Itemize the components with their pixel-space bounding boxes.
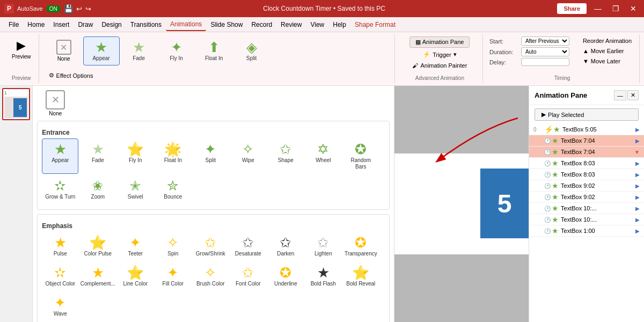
entrance-growturn[interactable]: ✫ Grow & Turn [42,175,78,204]
menu-review[interactable]: Review [276,19,306,31]
none-animation-item[interactable]: ✕ None [37,90,74,116]
ribbon-fade-item[interactable]: ★ Fade [121,36,157,65]
menu-help[interactable]: Help [328,19,350,31]
move-earlier-button[interactable]: ▲ Move Earlier [580,47,635,55]
emphasis-fontcolor[interactable]: ✩ Font Color [230,262,266,291]
emphasis-colorpulse[interactable]: ⭐ Color Pulse [79,232,116,261]
ribbon-none-item[interactable]: ✕ None [46,36,82,65]
emphasis-darken[interactable]: ✩ Darken [267,232,304,261]
item-arrow-1: ▶ [635,138,640,144]
emphasis-underline[interactable]: ✪ Underline [267,262,304,291]
title-bar-right: Share — ❐ ✕ [557,3,640,14]
emphasis-boldreveal[interactable]: ⭐ Bold Reveal [342,262,379,291]
entrance-wheel-icon: ✡ [317,142,329,156]
entrance-appear[interactable]: ★ Appear [42,138,78,174]
anim-item-5[interactable]: 🕐 ★ TextBox 9:02 ▶ [529,180,644,192]
emphasis-pulse-icon: ★ [54,236,67,250]
menu-transitions[interactable]: Transitions [126,19,166,31]
entrance-flyin[interactable]: ⭐ Fly In [117,138,153,174]
emphasis-objectcolor[interactable]: ✫ Object Color [42,262,78,291]
emphasis-fillcolor[interactable]: ✦ Fill Color [155,262,191,291]
effect-options-button[interactable]: ⚙ Effect Options [46,71,97,80]
undo-icon[interactable]: ↩ [76,5,82,13]
emphasis-desaturate[interactable]: ✩ Desaturate [230,232,266,261]
play-selected-button[interactable]: ▶ Play Selected [535,108,639,121]
menu-view[interactable]: View [306,19,328,31]
menu-insert[interactable]: Insert [49,19,74,31]
emphasis-teeter[interactable]: ✦ Teeter [117,232,153,261]
menu-draw[interactable]: Draw [74,19,97,31]
redo-icon[interactable]: ↪ [85,5,91,13]
entrance-swivel[interactable]: ✭ Swivel [117,175,153,204]
ribbon-flyin-item[interactable]: ✦ Fly In [158,36,195,65]
entrance-floatin[interactable]: 🌟 Float In [155,138,191,174]
entrance-growturn-label: Grow & Turn [45,194,75,200]
floatin-label: Float In [205,55,223,62]
ribbon-split-item[interactable]: ◈ Split [233,36,270,65]
anim-item-2[interactable]: 🕐 ★ TextBox 7:04 ▼ [529,147,644,158]
entrance-bounce[interactable]: ✮ Bounce [155,175,191,204]
preview-button[interactable]: ▶ Preview [9,36,34,62]
emphasis-brushcolor[interactable]: ✧ Brush Color [192,262,229,291]
emphasis-underline-icon: ✪ [280,266,291,280]
entrance-growturn-icon: ✫ [54,179,66,193]
animation-painter-button[interactable]: 🖌 Animation Painter [409,61,470,70]
preview-icon: ▶ [17,39,26,53]
emphasis-linecolor[interactable]: ⭐ Line Color [117,262,153,291]
menu-animations[interactable]: Animations [166,18,206,31]
anim-item-9[interactable]: 🕐 ★ TextBox 1:00 ▶ [529,225,644,237]
anim-item-8[interactable]: 🕐 ★ TextBox 10:... ▶ [529,214,644,225]
ribbon-floatin-item[interactable]: ⬆ Float In [196,36,232,65]
maximize-button[interactable]: ❐ [609,3,623,14]
slide-thumb-1[interactable]: 1 5 [2,88,30,120]
anim-item-6[interactable]: 🕐 ★ TextBox 9:02 ▶ [529,192,644,203]
delay-input[interactable] [521,58,569,66]
menu-file[interactable]: File [4,19,23,31]
minimize-button[interactable]: — [591,3,605,14]
item-arrow-9: ▶ [635,228,640,234]
anim-item-7[interactable]: 🕐 ★ TextBox 10:... ▶ [529,203,644,214]
entrance-zoom[interactable]: ✬ Zoom [79,175,116,204]
entrance-randombars[interactable]: ✪ Random Bars [342,138,379,174]
entrance-split[interactable]: ✦ Split [192,138,229,174]
duration-select[interactable]: Auto [521,47,569,56]
entrance-wipe[interactable]: ✧ Wipe [230,138,266,174]
autosave-toggle[interactable]: ON [46,5,61,12]
entrance-shape[interactable]: ✩ Shape [267,138,304,174]
none-anim-icon: ✕ [46,90,65,109]
anim-item-3[interactable]: 🕐 ★ TextBox 8:03 ▶ [529,158,644,169]
item-icon-8: ★ [552,215,559,224]
emphasis-wave[interactable]: ✦ Wave [42,292,78,321]
menu-record[interactable]: Record [247,19,276,31]
menu-slideshow[interactable]: Slide Show [206,19,247,31]
anim-item-1[interactable]: 🕐 ★ TextBox 7:04 ▶ [529,135,644,147]
emphasis-spin[interactable]: ✧ Spin [155,232,191,261]
share-button[interactable]: Share [557,3,587,14]
entrance-fade[interactable]: ★ Fade [79,138,116,174]
timing-label: Timing [554,75,570,81]
ribbon-appear-item[interactable]: ★ Appear [83,36,120,65]
animation-pane-button[interactable]: ▦ Animation Pane [409,36,470,48]
none-anim-label: None [49,111,62,116]
emphasis-boldflash-label: Bold Flash [311,281,336,287]
entrance-wheel[interactable]: ✡ Wheel [305,138,341,174]
save-icon[interactable]: 💾 [64,4,73,13]
anim-item-0[interactable]: 0 ⚡★ TextBox 5:05 ▶ [529,124,644,135]
emphasis-pulse[interactable]: ★ Pulse [42,232,78,261]
close-button[interactable]: ✕ [627,3,640,14]
menu-design[interactable]: Design [97,19,126,31]
menu-home[interactable]: Home [23,19,49,31]
emphasis-lighten[interactable]: ✩ Lighten [305,232,341,261]
pane-collapse-button[interactable]: — [614,90,626,100]
emphasis-boldflash[interactable]: ★ Bold Flash [305,262,341,291]
emphasis-transparency[interactable]: ✪ Transparency [342,232,379,261]
anim-item-4[interactable]: 🕐 ★ TextBox 8:03 ▶ [529,169,644,180]
menu-shape-format[interactable]: Shape Format [350,19,400,31]
emphasis-growshrink[interactable]: ✩ Grow/Shrink [192,232,229,261]
move-later-button[interactable]: ▼ Move Later [580,57,635,65]
trigger-button[interactable]: ⚡ Trigger ▾ [420,50,459,59]
emphasis-complement[interactable]: ★ Complement... [79,262,116,291]
pane-close-button[interactable]: ✕ [627,90,639,100]
start-select[interactable]: After Previous On Click With Previous [521,36,569,46]
slide-number: 5 [497,189,512,218]
